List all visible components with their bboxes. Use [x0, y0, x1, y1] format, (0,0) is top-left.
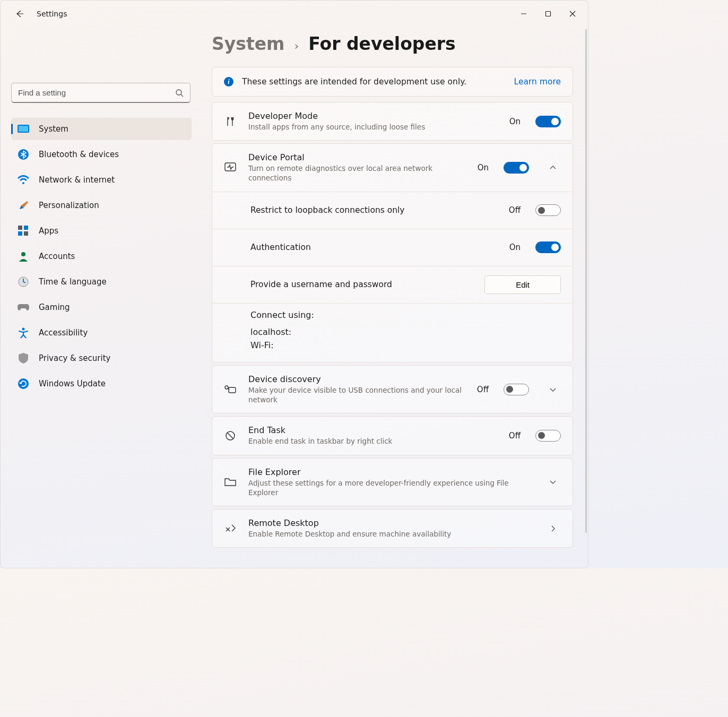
- row-title: Restrict to loopback connections only: [250, 205, 497, 215]
- nav-privacy[interactable]: Privacy & security: [11, 347, 192, 369]
- prohibit-icon: [224, 430, 237, 441]
- edit-credentials-button[interactable]: Edit: [484, 275, 561, 294]
- row-title: Remote Desktop: [248, 518, 529, 528]
- maximize-button[interactable]: [536, 5, 560, 22]
- clock-globe-icon: [18, 276, 29, 288]
- row-loopback[interactable]: Restrict to loopback connections only Of…: [212, 192, 573, 229]
- nav-label: Apps: [39, 226, 58, 236]
- accessibility-icon: [18, 327, 29, 339]
- page-title: For developers: [308, 33, 455, 54]
- nav-label: Accounts: [39, 252, 75, 261]
- svg-rect-3: [19, 126, 28, 132]
- nav-network[interactable]: Network & internet: [11, 169, 192, 191]
- svg-point-16: [225, 386, 228, 389]
- row-authentication[interactable]: Authentication On: [212, 229, 573, 266]
- row-subtitle: Enable end task in taskbar by right clic…: [248, 436, 497, 446]
- svg-point-10: [21, 252, 25, 256]
- nav-label: Personalization: [39, 201, 99, 210]
- info-banner: i These settings are intended for develo…: [212, 67, 573, 97]
- row-file-explorer[interactable]: File Explorer Adjust these settings for …: [212, 459, 573, 506]
- sidebar: System Bluetooth & devices Network & int…: [1, 27, 202, 568]
- toggle-loopback[interactable]: [535, 204, 561, 216]
- nav-apps[interactable]: Apps: [11, 220, 192, 242]
- row-subtitle: Adjust these settings for a more develop…: [248, 478, 529, 497]
- search-input[interactable]: [18, 88, 175, 97]
- toggle-end-task[interactable]: [535, 430, 561, 442]
- svg-point-13: [18, 378, 29, 389]
- row-title: File Explorer: [248, 467, 529, 477]
- toggle-device-discovery[interactable]: [504, 384, 529, 395]
- toggle-device-portal[interactable]: [504, 162, 529, 174]
- svg-rect-9: [24, 231, 28, 236]
- apps-icon: [18, 225, 29, 237]
- svg-rect-8: [18, 231, 22, 236]
- search-icon: [175, 89, 184, 97]
- svg-point-12: [22, 328, 25, 331]
- banner-text: These settings are intended for developm…: [242, 77, 466, 87]
- toggle-state: On: [509, 243, 521, 252]
- row-credentials: Provide a username and password Edit: [212, 266, 573, 303]
- nav-accounts[interactable]: Accounts: [11, 245, 192, 267]
- expand-button[interactable]: [545, 386, 561, 393]
- nav-label: Bluetooth & devices: [39, 150, 119, 159]
- back-button[interactable]: [12, 6, 27, 21]
- nav-time-language[interactable]: Time & language: [11, 271, 192, 293]
- nav-update[interactable]: Windows Update: [11, 373, 192, 395]
- update-icon: [18, 378, 29, 390]
- main-content: System › For developers i These settings…: [202, 27, 588, 568]
- row-title: Authentication: [250, 243, 498, 252]
- nav-gaming[interactable]: Gaming: [11, 296, 192, 318]
- row-device-discovery[interactable]: Device discovery Make your device visibl…: [212, 366, 573, 413]
- remote-icon: [224, 523, 237, 534]
- connect-wifi: Wi-Fi:: [250, 339, 561, 352]
- svg-rect-15: [229, 387, 236, 393]
- connect-using-block: Connect using: localhost: Wi-Fi:: [212, 303, 573, 362]
- monitor-pulse-icon: [224, 162, 237, 173]
- toggle-state: Off: [509, 205, 521, 215]
- row-subtitle: Turn on remote diagnostics over local ar…: [248, 163, 466, 183]
- nav-label: System: [39, 124, 68, 134]
- toggle-state: On: [509, 117, 521, 126]
- connect-heading: Connect using:: [250, 310, 561, 320]
- row-subtitle: Make your device visible to USB connecti…: [248, 385, 465, 404]
- navigate-button[interactable]: [545, 525, 561, 532]
- row-subtitle: Install apps from any source, including …: [248, 122, 498, 132]
- shield-icon: [18, 352, 29, 364]
- search-box[interactable]: [11, 83, 190, 103]
- folder-icon: [224, 477, 237, 487]
- toggle-state: Off: [477, 385, 489, 394]
- svg-point-1: [176, 90, 181, 95]
- nav-accessibility[interactable]: Accessibility: [11, 322, 192, 344]
- svg-point-5: [22, 182, 24, 184]
- display-icon: [18, 123, 29, 135]
- bluetooth-icon: [18, 149, 29, 160]
- tools-icon: [224, 116, 237, 127]
- breadcrumb: System › For developers: [212, 33, 573, 54]
- nav-label: Accessibility: [39, 328, 88, 338]
- expand-button[interactable]: [545, 478, 561, 486]
- learn-more-link[interactable]: Learn more: [514, 77, 561, 87]
- nav-label: Gaming: [39, 303, 70, 312]
- nav-bluetooth[interactable]: Bluetooth & devices: [11, 143, 192, 166]
- row-developer-mode[interactable]: Developer Mode Install apps from any sou…: [212, 102, 573, 140]
- breadcrumb-parent[interactable]: System: [212, 33, 284, 54]
- row-remote-desktop[interactable]: Remote Desktop Enable Remote Desktop and…: [212, 509, 573, 547]
- svg-rect-0: [546, 12, 551, 16]
- row-end-task[interactable]: End Task Enable end task in taskbar by r…: [212, 417, 573, 454]
- nav-system[interactable]: System: [11, 118, 192, 140]
- row-device-portal[interactable]: Device Portal Turn on remote diagnostics…: [212, 144, 573, 191]
- row-subtitle: Enable Remote Desktop and ensure machine…: [248, 529, 529, 539]
- nav-label: Time & language: [39, 277, 107, 287]
- toggle-authentication[interactable]: [535, 241, 561, 253]
- minimize-button[interactable]: [512, 5, 536, 22]
- toggle-developer-mode[interactable]: [535, 116, 561, 127]
- nav-personalization[interactable]: Personalization: [11, 194, 192, 217]
- nav-label: Windows Update: [39, 379, 106, 388]
- discovery-icon: [224, 384, 237, 395]
- close-button[interactable]: [560, 5, 585, 22]
- scrollbar[interactable]: [585, 29, 587, 533]
- collapse-button[interactable]: [545, 164, 561, 171]
- wifi-icon: [18, 174, 29, 186]
- info-icon: i: [224, 77, 233, 87]
- svg-rect-7: [24, 226, 28, 230]
